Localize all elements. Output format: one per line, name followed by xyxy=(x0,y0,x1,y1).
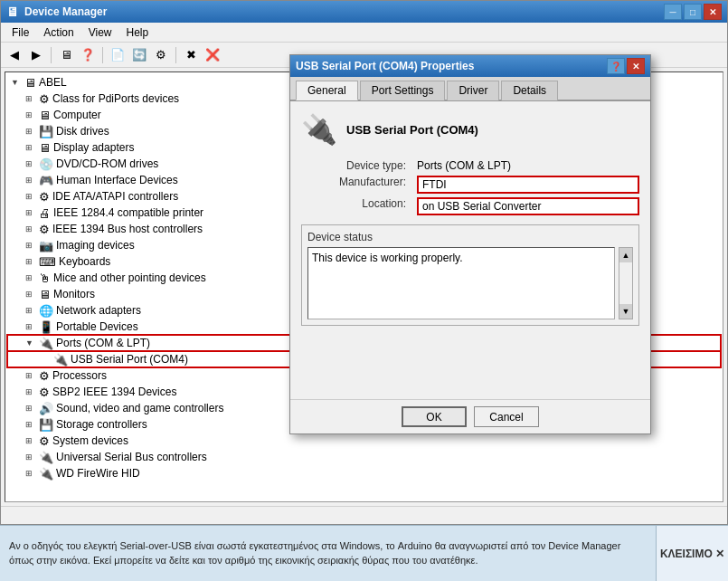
info-text-content: Αν ο οδηγός του ελεγκτή Serial-over-USB … xyxy=(9,539,647,567)
expand-icon-monitors[interactable]: ⊞ xyxy=(25,290,38,299)
expand-icon-hid[interactable]: ⊞ xyxy=(25,176,38,185)
device-icon-ide: ⚙ xyxy=(39,190,50,204)
device-label-ide: IDE ATA/ATAPI controllers xyxy=(52,190,178,203)
tab-details[interactable]: Details xyxy=(501,81,558,100)
device-label-dvd-cd: DVD/CD-ROM drives xyxy=(56,157,158,170)
device-label-wd-firewire: WD FireWire HID xyxy=(56,467,140,480)
device-large-icon: 🔌 xyxy=(301,112,337,147)
toolbar-separator-2 xyxy=(102,47,103,63)
menu-file[interactable]: File xyxy=(5,24,36,41)
device-status-label: Device status xyxy=(307,231,633,243)
window-title: Device Manager xyxy=(24,5,664,18)
expand-icon-keyboards[interactable]: ⊞ xyxy=(25,257,38,266)
device-icon-sbp2: ⚙ xyxy=(39,386,50,399)
device-icon-dvd-cd: 💿 xyxy=(39,157,53,171)
expand-icon-network[interactable]: ⊞ xyxy=(25,306,38,315)
expand-icon-ieee1284[interactable]: ⊞ xyxy=(25,208,38,217)
device-status-inner: This device is working properly. ▲ ▼ xyxy=(307,247,633,319)
dialog-title-bar: USB Serial Port (COM4) Properties ❓ ✕ xyxy=(290,55,650,77)
expand-icon-computer[interactable]: ⊞ xyxy=(25,110,38,119)
window-controls: ─ □ ✕ xyxy=(664,4,722,20)
device-icon-monitors: 🖥 xyxy=(39,288,51,301)
expand-icon-class-pdi[interactable]: ⊞ xyxy=(25,94,38,103)
minimize-button[interactable]: ─ xyxy=(664,4,682,20)
menu-action[interactable]: Action xyxy=(36,24,80,41)
maximize-button[interactable]: □ xyxy=(684,4,702,20)
close-button[interactable]: ✕ xyxy=(704,4,722,20)
device-icon-portable: 📱 xyxy=(39,320,53,334)
expand-icon-storage[interactable]: ⊞ xyxy=(25,420,38,429)
tree-item-usb-controllers[interactable]: ⊞🔌Universal Serial Bus controllers xyxy=(7,449,721,465)
tree-item-system[interactable]: ⊞⚙System devices xyxy=(7,433,721,449)
ok-button[interactable]: OK xyxy=(402,406,467,427)
toolbar-separator-3 xyxy=(175,47,176,63)
device-label-usb-controllers: Universal Serial Bus controllers xyxy=(56,451,207,463)
device-icon-display-adapters: 🖥 xyxy=(39,141,51,155)
dialog-help-button[interactable]: ❓ xyxy=(607,58,625,74)
device-label-computer: Computer xyxy=(53,109,101,121)
device-icon-ieee1394: ⚙ xyxy=(39,223,50,236)
tab-general[interactable]: General xyxy=(296,81,358,100)
menu-help[interactable]: Help xyxy=(119,24,156,41)
device-label-ports: Ports (COM & LPT) xyxy=(56,337,150,349)
device-icon-ieee1284: 🖨 xyxy=(39,206,51,220)
info-close-button[interactable]: ΚΛΕΙΣΙΜΟ ✕ xyxy=(656,526,728,581)
device-title: USB Serial Port (COM4) xyxy=(346,123,478,137)
expand-icon-usb-controllers[interactable]: ⊞ xyxy=(25,452,38,462)
expand-icon-abel[interactable]: ▼ xyxy=(11,78,24,87)
device-label-hid: Human Interface Devices xyxy=(56,174,178,186)
back-button[interactable]: ◀ xyxy=(5,45,24,65)
device-icon-class-pdi: ⚙ xyxy=(39,92,50,106)
expand-icon-imaging[interactable]: ⊞ xyxy=(25,241,38,250)
expand-icon-mice[interactable]: ⊞ xyxy=(25,273,38,282)
device-icon-mice: 🖱 xyxy=(39,271,51,285)
device-label-ieee1284: IEEE 1284.4 compatible printer xyxy=(53,206,203,219)
status-scrollbar[interactable]: ▲ ▼ xyxy=(619,247,633,319)
device-label-disk-drives: Disk drives xyxy=(56,125,109,138)
expand-icon-processors[interactable]: ⊞ xyxy=(25,371,38,380)
device-icon-sound: 🔊 xyxy=(39,402,53,415)
scroll-up-arrow[interactable]: ▲ xyxy=(619,248,632,262)
properties-button[interactable]: 📄 xyxy=(108,45,128,65)
info-text: Αν ο οδηγός του ελεγκτή Serial-over-USB … xyxy=(0,526,656,581)
refresh-button[interactable]: 🔄 xyxy=(129,45,149,65)
expand-icon-dvd-cd[interactable]: ⊞ xyxy=(25,159,38,168)
expand-icon-portable[interactable]: ⊞ xyxy=(25,322,38,331)
settings-button[interactable]: ⚙ xyxy=(151,45,171,65)
uninstall-button[interactable]: ❌ xyxy=(203,45,222,65)
device-label-ieee1394: IEEE 1394 Bus host controllers xyxy=(52,223,203,235)
device-icon-abel: 🖥 xyxy=(24,76,36,90)
expand-icon-display-adapters[interactable]: ⊞ xyxy=(25,143,38,152)
device-icon-hid: 🎮 xyxy=(39,174,53,187)
menu-bar: File Action View Help xyxy=(1,23,727,43)
expand-icon-wd-firewire[interactable]: ⊞ xyxy=(25,469,38,478)
menu-view[interactable]: View xyxy=(81,24,119,41)
computer-icon-btn[interactable]: 🖥 xyxy=(56,45,76,65)
expand-icon-ide[interactable]: ⊞ xyxy=(25,192,38,201)
expand-icon-sbp2[interactable]: ⊞ xyxy=(25,387,38,396)
tree-item-wd-firewire[interactable]: ⊞🔌WD FireWire HID xyxy=(7,465,721,481)
device-icon-network: 🌐 xyxy=(39,304,53,318)
device-label-portable: Portable Devices xyxy=(56,320,138,333)
cancel-button[interactable]: Cancel xyxy=(474,406,539,427)
device-icon-processors: ⚙ xyxy=(39,369,50,383)
expand-icon-sound[interactable]: ⊞ xyxy=(25,404,38,413)
device-icon-ports: 🔌 xyxy=(39,337,53,350)
window-icon: 🖥 xyxy=(6,5,19,19)
device-icon-wd-firewire: 🔌 xyxy=(39,467,53,481)
forward-button[interactable]: ▶ xyxy=(26,45,46,65)
remove-button[interactable]: ✖ xyxy=(181,45,201,65)
expand-icon-ports[interactable]: ▼ xyxy=(25,338,38,348)
dialog-title-text: USB Serial Port (COM4) Properties xyxy=(296,60,607,72)
expand-icon-disk-drives[interactable]: ⊞ xyxy=(25,127,38,136)
dialog-close-button[interactable]: ✕ xyxy=(627,58,645,74)
tab-port-settings[interactable]: Port Settings xyxy=(360,81,446,100)
expand-icon-system[interactable]: ⊞ xyxy=(25,436,38,445)
dialog-title-buttons: ❓ ✕ xyxy=(607,58,645,74)
location-value: on USB Serial Converter xyxy=(417,197,639,215)
help-button[interactable]: ❓ xyxy=(78,45,98,65)
scroll-down-arrow[interactable]: ▼ xyxy=(619,304,632,319)
device-header: 🔌 USB Serial Port (COM4) xyxy=(301,112,639,147)
expand-icon-ieee1394[interactable]: ⊞ xyxy=(25,224,38,233)
tab-driver[interactable]: Driver xyxy=(447,81,499,100)
